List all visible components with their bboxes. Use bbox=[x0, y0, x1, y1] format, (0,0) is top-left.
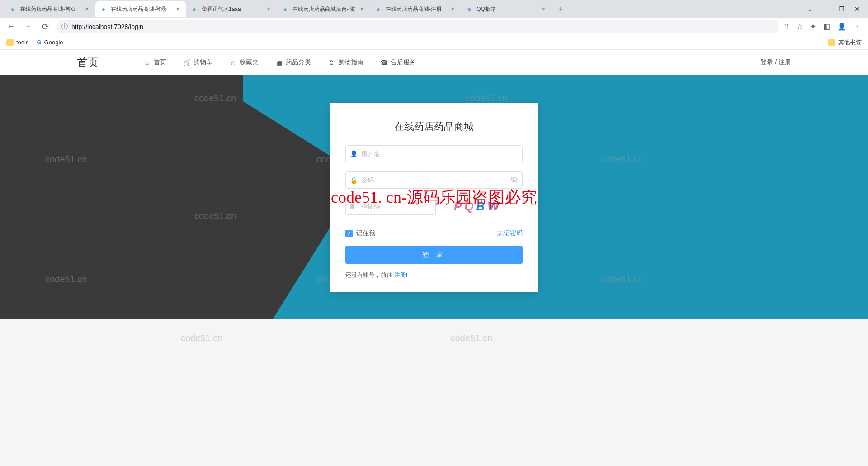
nav-item-favorites[interactable]: ☆收藏夹 bbox=[230, 58, 259, 67]
tab-title: 在线药店药品商城-登录 bbox=[111, 5, 171, 13]
watermark: code51.cn bbox=[45, 274, 87, 285]
close-icon[interactable]: × bbox=[265, 5, 272, 13]
remember-label-text: 记住我 bbox=[356, 229, 375, 238]
nav-label: 售后服务 bbox=[391, 58, 416, 67]
profile-icon[interactable]: 👤 bbox=[837, 22, 846, 31]
nav-label: 收藏夹 bbox=[240, 58, 259, 67]
folder-icon bbox=[828, 39, 835, 46]
home-icon: ⌂ bbox=[144, 59, 150, 66]
favicon-icon: ◉ bbox=[466, 5, 473, 13]
site-navbar: 首页 ⌂首页 🛒购物车 ☆收藏夹 ▦药品分类 🗎购物指南 ☎售后服务 登录 / … bbox=[0, 50, 868, 75]
close-icon[interactable]: × bbox=[358, 5, 365, 13]
watermark: code51.cn bbox=[466, 93, 507, 104]
page-title: 首页 bbox=[77, 55, 99, 70]
reload-button[interactable]: ⟳ bbox=[39, 20, 52, 33]
site-info-icon[interactable]: ⓘ bbox=[61, 23, 68, 31]
bookmark-other[interactable]: 其他书签 bbox=[828, 38, 862, 47]
minimize-icon[interactable]: ― bbox=[822, 5, 829, 13]
bookmark-label: Google bbox=[44, 39, 63, 46]
watermark: code51.cn bbox=[181, 333, 222, 343]
user-icon: 👤 bbox=[350, 150, 358, 157]
username-input[interactable] bbox=[345, 145, 523, 162]
tab-register[interactable]: ◆ 在线药店药品商城-注册 × bbox=[370, 1, 461, 17]
tab-title: 在线药店药品商城后台- 资 bbox=[292, 5, 355, 13]
forward-button[interactable]: → bbox=[22, 20, 34, 33]
star-icon: ☆ bbox=[230, 59, 236, 66]
nav-login-register[interactable]: 登录 / 注册 bbox=[760, 58, 791, 67]
close-icon[interactable]: × bbox=[83, 5, 90, 13]
tab-title: 在线药店药品商城-首页 bbox=[20, 5, 80, 13]
window-close-icon[interactable]: ✕ bbox=[854, 5, 860, 13]
nav-item-service[interactable]: ☎售后服务 bbox=[381, 58, 416, 67]
page-footer: code51.cn code51.cn bbox=[0, 319, 868, 374]
maximize-icon[interactable]: ❐ bbox=[839, 5, 844, 13]
nav-item-categories[interactable]: ▦药品分类 bbox=[276, 58, 311, 67]
forgot-password-link[interactable]: 忘记密码 bbox=[497, 229, 523, 238]
bookmark-google[interactable]: G Google bbox=[37, 39, 63, 46]
login-card: 在线药店药品商城 👤 🔒 ▣ PQBW ✓ 记住我 bbox=[330, 103, 538, 292]
menu-icon[interactable]: ⋮ bbox=[854, 22, 861, 31]
sidepanel-icon[interactable]: ◧ bbox=[823, 22, 830, 31]
back-button[interactable]: ← bbox=[5, 20, 17, 33]
doc-icon: 🗎 bbox=[328, 59, 335, 66]
tab-bar: ◆ 在线药店药品商城-首页 × ◆ 在线药店药品商城-登录 × ◆ 藿香正气水1… bbox=[0, 0, 868, 18]
tab-title: 在线药店药品商城-注册 bbox=[386, 5, 446, 13]
nav-item-cart[interactable]: 🛒购物车 bbox=[184, 58, 212, 67]
exclaim: ! bbox=[406, 271, 408, 278]
password-field-wrap: 🔒 bbox=[345, 171, 523, 189]
tab-login[interactable]: ◆ 在线药店药品商城-登录 × bbox=[95, 1, 186, 17]
tab-dropdown-icon[interactable]: ⌄ bbox=[807, 5, 812, 13]
favicon-icon: ◆ bbox=[375, 5, 382, 13]
tab-title: 藿香正气水1aaa bbox=[202, 5, 262, 13]
captcha-row: ▣ PQBW bbox=[345, 198, 523, 215]
watermark: code51.cn bbox=[601, 154, 643, 165]
tab-home[interactable]: ◆ 在线药店药品商城-首页 × bbox=[5, 1, 95, 17]
hero-section: code51.cn code51.cn code51.cn code51.cn … bbox=[0, 75, 868, 319]
favicon-icon: ◆ bbox=[282, 5, 289, 13]
close-icon[interactable]: × bbox=[449, 5, 456, 13]
no-account-text: 还没有账号，前往 bbox=[345, 271, 394, 278]
bookmark-star-icon[interactable]: ☆ bbox=[797, 22, 803, 31]
watermark: code51.cn bbox=[601, 274, 643, 285]
tab-product[interactable]: ◆ 藿香正气水1aaa × bbox=[186, 1, 277, 17]
address-bar: ← → ⟳ ⓘ http://localhost:7028/login ⇪ ☆ … bbox=[0, 18, 868, 35]
url-input[interactable]: ⓘ http://localhost:7028/login bbox=[56, 20, 779, 33]
folder-icon bbox=[6, 39, 14, 46]
window-controls: ⌄ ― ❐ ✕ bbox=[799, 5, 868, 13]
url-text: http://localhost:7028/login bbox=[71, 23, 143, 30]
cart-icon: 🛒 bbox=[184, 59, 190, 66]
checkbox-checked-icon: ✓ bbox=[345, 230, 353, 237]
remember-checkbox[interactable]: ✓ 记住我 bbox=[345, 229, 375, 238]
password-input[interactable] bbox=[345, 171, 523, 189]
nav-item-home[interactable]: ⌂首页 bbox=[144, 58, 166, 67]
close-icon[interactable]: × bbox=[174, 5, 181, 13]
nav-items: ⌂首页 🛒购物车 ☆收藏夹 ▦药品分类 🗎购物指南 ☎售后服务 bbox=[144, 58, 416, 67]
watermark: code51.cn bbox=[451, 333, 492, 343]
close-icon[interactable]: × bbox=[540, 5, 547, 13]
tab-title: QQ邮箱 bbox=[476, 5, 537, 13]
tab-qqmail[interactable]: ◉ QQ邮箱 × bbox=[461, 1, 552, 17]
watermark: code51.cn bbox=[45, 154, 87, 165]
lock-icon: 🔒 bbox=[350, 176, 358, 184]
new-tab-button[interactable]: + bbox=[554, 3, 567, 15]
nav-item-guide[interactable]: 🗎购物指南 bbox=[328, 58, 363, 67]
watermark: code51.cn bbox=[194, 211, 236, 221]
grid-icon: ▦ bbox=[276, 59, 282, 66]
captcha-input[interactable] bbox=[345, 198, 436, 215]
share-icon[interactable]: ⇪ bbox=[783, 22, 789, 31]
bookmark-tools[interactable]: tools bbox=[6, 39, 28, 46]
extensions-icon[interactable]: ✦ bbox=[810, 22, 816, 31]
tab-admin[interactable]: ◆ 在线药店药品商城后台- 资 × bbox=[277, 1, 370, 17]
bookmarks-bar: tools G Google 其他书签 bbox=[0, 35, 868, 50]
register-link[interactable]: 注册 bbox=[394, 271, 406, 278]
captcha-image[interactable]: PQBW bbox=[454, 200, 501, 214]
eye-off-icon[interactable] bbox=[510, 176, 518, 184]
remember-row: ✓ 记住我 忘记密码 bbox=[345, 229, 523, 238]
login-title: 在线药店药品商城 bbox=[345, 120, 523, 133]
login-button[interactable]: 登 录 bbox=[345, 246, 523, 264]
favicon-icon: ◆ bbox=[100, 5, 107, 13]
bookmark-label: tools bbox=[16, 39, 28, 46]
nav-label: 购物车 bbox=[193, 58, 212, 67]
favicon-icon: ◆ bbox=[9, 5, 16, 13]
register-prompt: 还没有账号，前往 注册! bbox=[345, 271, 523, 279]
